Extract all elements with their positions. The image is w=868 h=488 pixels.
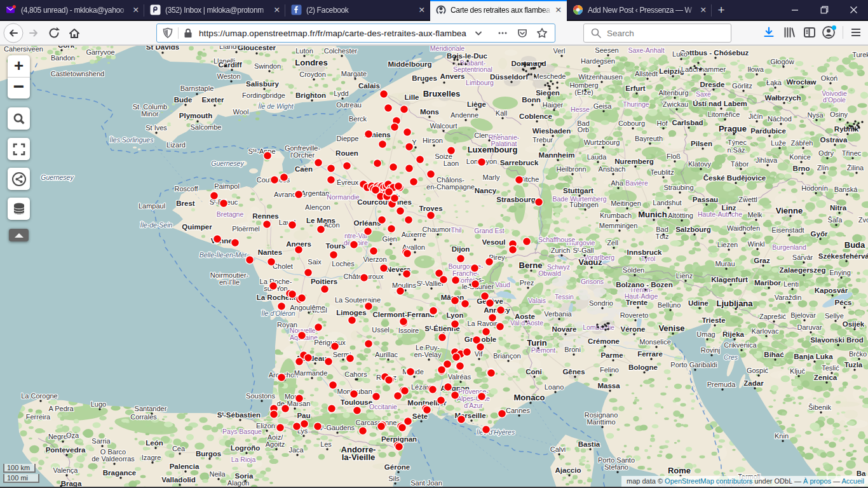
- svg-text:Jičín: Jičín: [749, 112, 763, 120]
- svg-text:Nitra: Nitra: [830, 204, 847, 212]
- svg-text:Győr: Győr: [811, 230, 828, 238]
- svg-text:Schaffhouse: Schaffhouse: [538, 236, 575, 243]
- svg-text:Wiesbaden: Wiesbaden: [532, 127, 571, 135]
- svg-text:La Corogne: La Corogne: [21, 392, 58, 400]
- svg-text:en-Champagne: en-Champagne: [426, 183, 475, 191]
- svg-text:Agoitz: Agoitz: [266, 440, 285, 448]
- svg-text:Valréas: Valréas: [448, 373, 471, 381]
- svg-text:Ključ: Ključ: [790, 367, 805, 375]
- svg-text:Bihać: Bihać: [764, 351, 784, 358]
- svg-text:Rovereto: Rovereto: [620, 311, 649, 319]
- svg-text:Croydon: Croydon: [299, 71, 326, 78]
- svg-text:Vesoul: Vesoul: [482, 238, 505, 246]
- svg-text:Lienz: Lienz: [676, 272, 693, 280]
- svg-text:Weston: Weston: [217, 72, 240, 80]
- svg-text:Quimper: Quimper: [182, 223, 212, 231]
- svg-text:Izagre: Izagre: [142, 454, 161, 461]
- svg-text:Jaca: Jaca: [288, 446, 304, 454]
- svg-text:Alençon: Alençon: [305, 203, 330, 211]
- svg-text:Coblence: Coblence: [519, 112, 552, 120]
- svg-text:Graz: Graz: [754, 257, 770, 264]
- svg-text:Tábor: Tábor: [731, 160, 749, 168]
- svg-text:Bruges: Bruges: [412, 74, 437, 82]
- svg-text:Broni: Broni: [564, 346, 581, 353]
- svg-text:Kall: Kall: [496, 109, 507, 117]
- svg-text:Gloucester: Gloucester: [238, 46, 276, 51]
- svg-text:Caen: Caen: [295, 165, 313, 173]
- svg-text:Lyon: Lyon: [446, 311, 463, 319]
- svg-text:Stuttgart: Stuttgart: [563, 187, 593, 194]
- svg-text:Prague: Prague: [719, 124, 747, 133]
- svg-text:Massa: Massa: [597, 382, 620, 390]
- svg-text:Nantes: Nantes: [258, 248, 282, 256]
- svg-text:Limoges: Limoges: [336, 309, 366, 316]
- svg-text:St Ives: St Ives: [146, 124, 167, 132]
- svg-text:Loano: Loano: [545, 383, 564, 391]
- svg-text:St Davids: St Davids: [146, 46, 179, 51]
- svg-text:Wool: Wool: [233, 108, 249, 116]
- svg-text:Castletownshend: Castletownshend: [51, 70, 104, 78]
- svg-text:Lizard: Lizard: [166, 141, 186, 149]
- svg-text:České Budějovice: České Budějovice: [703, 174, 766, 182]
- svg-text:Prez: Prez: [520, 279, 534, 287]
- svg-text:Karlovac: Karlovac: [752, 327, 779, 335]
- svg-text:Barnstaple: Barnstaple: [180, 85, 214, 92]
- svg-text:Görlitz: Görlitz: [732, 82, 752, 90]
- svg-text:Wrocław: Wrocław: [786, 78, 816, 86]
- svg-text:Landshut: Landshut: [653, 199, 681, 207]
- svg-text:Outreau: Outreau: [336, 101, 362, 109]
- svg-text:Ajaccio: Ajaccio: [555, 466, 581, 474]
- svg-text:Premuda: Premuda: [707, 381, 736, 388]
- svg-text:Rome: Rome: [668, 466, 691, 475]
- svg-text:Berne: Berne: [519, 261, 543, 270]
- svg-text:Bandon: Bandon: [51, 54, 75, 62]
- svg-text:Saxe: Saxe: [696, 90, 711, 98]
- svg-text:Valais: Valais: [528, 297, 546, 304]
- svg-text:Argentan: Argentan: [301, 189, 330, 197]
- svg-text:Daruvar: Daruvar: [797, 323, 822, 331]
- svg-text:Bolzano - Bozen: Bolzano - Bozen: [616, 281, 672, 288]
- svg-text:Dieppe: Dieppe: [337, 135, 359, 142]
- svg-text:Loches: Loches: [332, 260, 355, 268]
- svg-text:Liège: Liège: [467, 100, 486, 108]
- svg-text:Dresde: Dresde: [700, 81, 725, 88]
- svg-text:Munich: Munich: [638, 210, 667, 219]
- svg-text:Bayreuth: Bayreuth: [635, 135, 663, 142]
- svg-text:Mons: Mons: [420, 108, 439, 116]
- svg-text:d'Opole: d'Opole: [823, 96, 846, 104]
- svg-text:Floß: Floß: [667, 152, 681, 160]
- svg-text:Rennes: Rennes: [252, 212, 279, 220]
- svg-text:Székesfehérvár: Székesfehérvár: [818, 252, 868, 260]
- svg-text:Knin: Knin: [775, 432, 789, 440]
- svg-text:Sarria: Sarria: [92, 437, 111, 445]
- svg-text:Odry: Odry: [818, 149, 834, 157]
- svg-text:Tours: Tours: [325, 242, 345, 250]
- svg-text:Val d'Aoste: Val d'Aoste: [510, 319, 543, 327]
- svg-text:Berck: Berck: [349, 115, 367, 123]
- svg-text:Parme: Parme: [600, 351, 623, 359]
- svg-text:Pécs: Pécs: [835, 299, 852, 306]
- svg-text:Pays Basque: Pays Basque: [222, 428, 262, 435]
- svg-text:l'Orcher: l'Orcher: [290, 151, 315, 159]
- svg-text:Pau: Pau: [297, 412, 310, 419]
- svg-text:Erfurt: Erfurt: [625, 85, 645, 92]
- svg-text:Slavonski Brod: Slavonski Brod: [810, 336, 864, 344]
- svg-text:Memmingen: Memmingen: [599, 222, 638, 229]
- svg-text:Heilbronn: Heilbronn: [556, 165, 586, 173]
- svg-text:la-Vieille: la-Vieille: [342, 452, 376, 462]
- svg-text:Meitingen: Meitingen: [611, 200, 641, 207]
- svg-text:Týnec: Týnec: [728, 139, 747, 146]
- svg-text:Mannheim: Mannheim: [539, 151, 575, 159]
- svg-text:Tübingen: Tübingen: [569, 201, 599, 208]
- svg-text:Calais: Calais: [358, 82, 380, 90]
- svg-text:Teslić: Teslić: [822, 364, 839, 372]
- svg-text:Zenica: Zenica: [814, 374, 837, 381]
- svg-text:en-l'Île: en-l'Île: [219, 278, 240, 286]
- svg-text:Litoměřice: Litoměřice: [708, 111, 740, 118]
- svg-text:Iłowa: Iłowa: [747, 65, 764, 73]
- svg-text:Žilina: Žilina: [847, 164, 864, 172]
- svg-text:Krumbach: Krumbach: [600, 212, 632, 219]
- svg-text:Schwyz: Schwyz: [547, 263, 570, 271]
- svg-text:Straubing: Straubing: [663, 184, 693, 191]
- svg-text:Novare: Novare: [552, 325, 577, 333]
